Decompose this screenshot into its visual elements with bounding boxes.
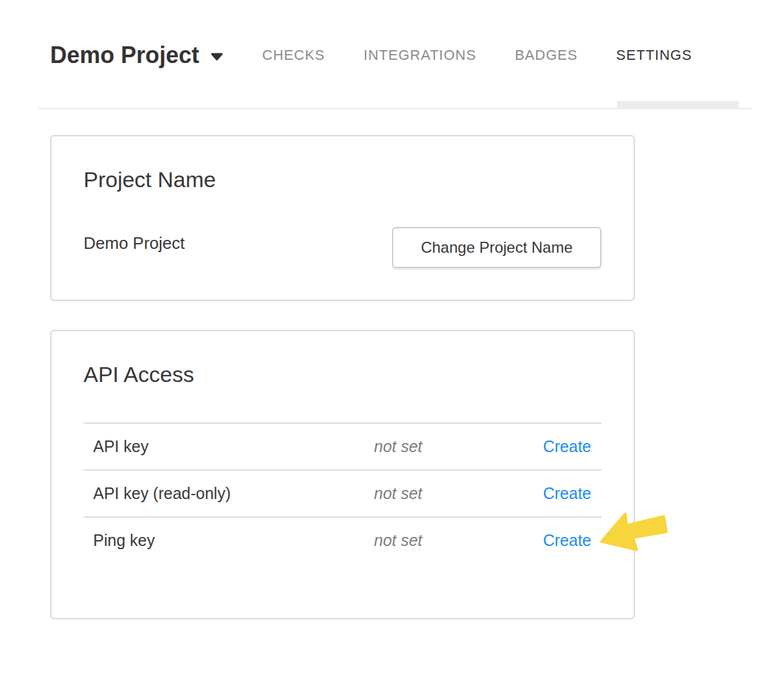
tab-integrations[interactable]: INTEGRATIONS [344, 48, 495, 62]
create-api-key-readonly-link[interactable]: Create [543, 484, 591, 502]
project-name-value: Demo Project [84, 233, 185, 253]
api-access-card: API Access API key not set Create API ke… [50, 330, 635, 619]
top-nav: Demo Project CHECKS INTEGRATIONS BADGES … [50, 39, 711, 72]
ping-key-label: Ping key [84, 531, 374, 550]
change-project-name-button[interactable]: Change Project Name [392, 227, 601, 268]
create-api-key-link[interactable]: Create [543, 437, 591, 455]
ping-key-value: not set [374, 531, 540, 550]
table-row-ping-key: Ping key not set Create [84, 516, 601, 563]
api-key-value: not set [374, 437, 540, 456]
table-row-api-key: API key not set Create [84, 422, 601, 469]
project-name-row: Demo Project Change Project Name [84, 227, 601, 268]
project-name-card-title: Project Name [84, 165, 601, 194]
project-title: Demo Project [50, 44, 199, 67]
table-row-api-key-readonly: API key (read-only) not set Create [84, 469, 601, 516]
api-key-readonly-value: not set [374, 484, 540, 503]
tab-checks[interactable]: CHECKS [243, 48, 344, 62]
settings-page: Demo Project CHECKS INTEGRATIONS BADGES … [0, 0, 784, 681]
api-key-label: API key [84, 437, 374, 456]
chevron-down-icon [210, 51, 224, 63]
project-name-card: Project Name Demo Project Change Project… [50, 135, 635, 301]
annotation-arrow-icon [590, 507, 670, 558]
tab-badges[interactable]: BADGES [495, 48, 597, 62]
api-access-card-title: API Access [84, 360, 601, 388]
api-access-table: API key not set Create API key (read-onl… [84, 422, 601, 563]
api-key-readonly-label: API key (read-only) [84, 484, 374, 503]
create-ping-key-link[interactable]: Create [543, 531, 591, 549]
project-switcher-dropdown[interactable]: Demo Project [50, 44, 224, 67]
active-tab-indicator [617, 101, 739, 109]
tab-settings[interactable]: SETTINGS [597, 48, 711, 62]
